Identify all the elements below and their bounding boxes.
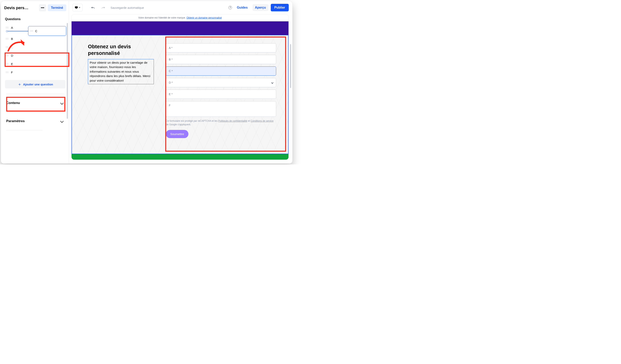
form-field-f[interactable]: F	[166, 101, 276, 117]
form-field-d-label: D *	[169, 81, 173, 84]
drag-handle-icon[interactable]	[6, 55, 9, 56]
sidebar: Devis pers… ••• Terminé Questions C A	[1, 1, 69, 163]
drag-handle-icon[interactable]	[6, 46, 9, 48]
form-title: Obtenez un devis personnalisé	[88, 43, 154, 56]
terms-link[interactable]: Conditions de service	[251, 120, 274, 122]
question-label: B	[11, 37, 13, 41]
recaptcha-notice: Ce formulaire est protégé par reCAPTCHA …	[166, 119, 276, 126]
divider	[6, 94, 64, 94]
drag-handle-icon[interactable]	[30, 30, 33, 32]
drag-handle-icon[interactable]	[6, 38, 9, 40]
question-row-ghost[interactable]: C	[5, 43, 66, 51]
question-row[interactable]: B	[5, 34, 66, 43]
svg-rect-1	[76, 8, 77, 9]
question-row[interactable]: D	[5, 51, 66, 60]
drag-handle-icon[interactable]	[6, 71, 9, 73]
undo-icon	[91, 6, 95, 9]
more-button[interactable]: •••	[39, 4, 46, 11]
questions-heading: Questions	[5, 17, 66, 21]
toolbar: Sauvegarde automatique ? Guides Aperçu P…	[69, 1, 292, 14]
autosave-status: Sauvegarde automatique	[110, 6, 144, 9]
dragging-question-label: C	[35, 29, 37, 33]
privacy-link[interactable]: Politiques de confidentialité	[218, 120, 247, 122]
chevron-down-icon	[60, 120, 64, 123]
question-label: C	[11, 46, 13, 49]
header-band	[71, 21, 289, 35]
device-preview-button[interactable]	[72, 4, 83, 11]
domain-notice: Votre domaine est l'identité de votre ma…	[71, 14, 289, 21]
desktop-icon	[75, 6, 78, 9]
questions-list: C A B C D	[5, 23, 66, 77]
caret-down-icon	[79, 7, 80, 8]
question-row[interactable]: F	[5, 68, 66, 77]
divider	[6, 112, 64, 112]
drag-handle-icon[interactable]	[6, 27, 9, 28]
form-field-e[interactable]: E *	[166, 90, 276, 99]
plus-icon: ＋	[17, 82, 22, 86]
guides-link[interactable]: Guides	[234, 4, 250, 11]
dragging-question-card[interactable]: C	[28, 26, 66, 36]
domain-link[interactable]: Obtenir un domaine personnalisé	[186, 16, 222, 19]
chevron-down-icon	[60, 101, 64, 105]
add-question-label: Ajouter une question	[23, 83, 53, 86]
question-row[interactable]: E	[5, 60, 66, 68]
footer-band	[71, 154, 289, 160]
form-description[interactable]: Pour obtenir un devis pour le carrelage …	[88, 59, 154, 84]
redo-icon	[102, 6, 105, 9]
question-label: E	[11, 62, 13, 66]
svg-rect-0	[75, 6, 78, 8]
form-field-c[interactable]: C *	[166, 66, 276, 76]
preview-button[interactable]: Aperçu	[253, 4, 268, 11]
publish-button[interactable]: Publier	[271, 4, 289, 11]
sidebar-scrollbar[interactable]	[67, 23, 68, 119]
question-label: F	[11, 71, 13, 74]
canvas: Votre domaine est l'identité de votre ma…	[71, 14, 289, 160]
help-icon[interactable]: ?	[228, 6, 232, 9]
submit-button[interactable]: Soumettre	[166, 130, 189, 138]
question-label: A	[11, 26, 13, 29]
divider	[6, 130, 43, 130]
form-field-a[interactable]: A *	[166, 43, 276, 52]
undo-button[interactable]	[89, 4, 97, 11]
page-title: Devis pers…	[4, 6, 37, 10]
done-button[interactable]: Terminé	[48, 4, 66, 11]
accordion-parametres[interactable]: Paramètres	[5, 118, 66, 125]
redo-button[interactable]	[99, 4, 107, 11]
form-field-d[interactable]: D *	[166, 78, 276, 87]
question-label: D	[11, 54, 13, 57]
drag-handle-icon[interactable]	[6, 63, 9, 65]
form-field-b[interactable]: B *	[166, 55, 276, 64]
chevron-down-icon	[271, 81, 273, 84]
accordion-contenu[interactable]: Contenu	[5, 99, 66, 107]
canvas-scrollbar[interactable]	[290, 44, 291, 88]
form-section: Obtenez un devis personnalisé Pour obten…	[71, 35, 289, 154]
add-question-button[interactable]: ＋ Ajouter une question	[5, 80, 66, 88]
